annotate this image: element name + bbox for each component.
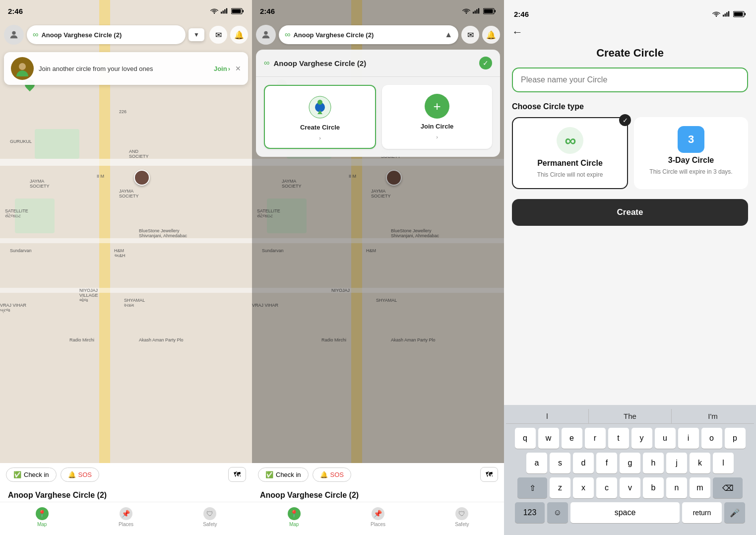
key-b[interactable]: b [643, 477, 664, 498]
tab-safety-2[interactable]: 🛡 Safety [420, 504, 504, 527]
key-y[interactable]: y [631, 428, 652, 449]
permanent-circle-card[interactable]: ✓ ∞ Permanent Circle This Circle will no… [512, 117, 628, 189]
svg-rect-12 [475, 10, 476, 13]
key-z[interactable]: z [550, 477, 570, 498]
check-in-button-2[interactable]: ✅ Check in [258, 468, 309, 482]
back-button[interactable]: ← [512, 26, 523, 39]
panel-2: GURUKUL JAYMASOCIETY SATELLITEસેટેલાઇટ S… [252, 0, 504, 535]
key-return[interactable]: return [682, 502, 722, 523]
key-w[interactable]: w [538, 428, 559, 449]
circle-name-input[interactable] [521, 75, 739, 84]
suggestion-the[interactable]: The [589, 409, 672, 423]
svg-rect-24 [723, 15, 724, 17]
notification-button-2[interactable]: 🔔 [482, 26, 500, 44]
choose-type-label: Choose Circle type [504, 102, 756, 117]
svg-point-21 [317, 100, 322, 105]
key-h[interactable]: h [643, 453, 664, 473]
layers-button-1[interactable]: 🗺 [228, 467, 246, 482]
key-shift[interactable]: ⇧ [517, 477, 547, 498]
key-o[interactable]: o [701, 428, 722, 449]
page-title: Create Circle [504, 43, 756, 67]
key-emoji[interactable]: ☺ [547, 502, 568, 523]
key-e[interactable]: e [562, 428, 582, 449]
bottom-bar-2: ✅ Check in 🔔 SOS 🗺 Anoop Varghese Circle… [252, 463, 504, 535]
key-l[interactable]: l [713, 453, 734, 473]
status-time-3: 2:46 [514, 10, 529, 18]
key-f[interactable]: f [596, 453, 617, 473]
bottom-circle-name-1: Anoop Varghese Circle (2) [0, 486, 252, 502]
status-bar-1: 2:46 [0, 0, 252, 22]
battery-icon-3 [733, 11, 746, 17]
bottom-tabs-2: 📍 Map 📌 Places 🛡 Safety [252, 502, 504, 535]
create-circle-menu-item[interactable]: Create Circle › [264, 85, 376, 149]
suggestion-im[interactable]: I'm [672, 409, 754, 423]
tab-map-2[interactable]: 📍 Map [252, 504, 336, 527]
threeday-circle-card[interactable]: 3 3-Day Circle This Circle will expire i… [634, 117, 748, 189]
tab-map-1[interactable]: 📍 Map [0, 504, 84, 527]
key-m[interactable]: m [690, 477, 710, 498]
status-icons-3 [712, 11, 746, 17]
tab-places-2[interactable]: 📌 Places [336, 504, 420, 527]
key-v[interactable]: v [620, 477, 640, 498]
svg-point-9 [19, 63, 26, 70]
sos-button-1[interactable]: 🔔 SOS [61, 468, 99, 482]
battery-icon-2 [483, 8, 496, 14]
dropdown-arrow-1[interactable]: ▼ [189, 28, 204, 41]
svg-rect-7 [243, 10, 244, 12]
key-k[interactable]: k [690, 453, 710, 473]
key-space[interactable]: space [570, 502, 680, 523]
notification-button-1[interactable]: 🔔 [230, 26, 248, 44]
avatar-button-1[interactable] [4, 25, 24, 45]
key-c[interactable]: c [596, 477, 617, 498]
create-circle-label: Create Circle [300, 124, 340, 131]
join-circle-label: Join Circle [421, 123, 453, 130]
svg-point-18 [264, 31, 267, 35]
map-tab-label-2: Map [289, 522, 299, 527]
places-tab-icon-2: 📌 [372, 507, 384, 520]
create-circle-icon [308, 95, 332, 120]
threeday-circle-desc: This Circle will expire in 3 days. [649, 168, 732, 176]
key-x[interactable]: x [573, 477, 594, 498]
key-u[interactable]: u [655, 428, 676, 449]
places-tab-icon-1: 📌 [120, 507, 132, 520]
key-n[interactable]: n [666, 477, 687, 498]
mail-button-1[interactable]: ✉ [209, 26, 227, 44]
sos-icon-2: 🔔 [320, 471, 328, 478]
key-s[interactable]: s [550, 453, 570, 473]
create-circle-arrow: › [319, 135, 321, 141]
join-link[interactable]: Join › [214, 65, 230, 72]
create-circle-button[interactable]: Create [512, 199, 748, 226]
avatar-button-2[interactable] [256, 25, 276, 45]
key-p[interactable]: p [725, 428, 746, 449]
join-circle-arrow: › [436, 134, 438, 140]
status-time-1: 2:46 [8, 7, 23, 15]
suggestion-l[interactable]: l [506, 409, 589, 423]
close-banner-button[interactable]: ✕ [235, 65, 241, 72]
sos-button-2[interactable]: 🔔 SOS [313, 468, 351, 482]
key-j[interactable]: j [666, 453, 687, 473]
tab-places-1[interactable]: 📌 Places [84, 504, 168, 527]
wifi-icon-2 [462, 8, 470, 14]
safety-tab-label-2: Safety [455, 522, 469, 527]
key-a[interactable]: a [526, 453, 547, 473]
svg-rect-16 [484, 9, 493, 13]
mail-button-2[interactable]: ✉ [461, 26, 479, 44]
key-123[interactable]: 123 [515, 502, 545, 523]
key-mic[interactable]: 🎤 [724, 502, 745, 523]
circle-selector-1[interactable]: ∞ Anoop Varghese Circle (2) [27, 25, 186, 44]
check-in-button-1[interactable]: ✅ Check in [6, 468, 57, 482]
key-g[interactable]: g [620, 453, 640, 473]
key-t[interactable]: t [608, 428, 629, 449]
key-backspace[interactable]: ⌫ [713, 477, 743, 498]
layers-button-2[interactable]: 🗺 [480, 467, 498, 482]
create-btn-label: Create [617, 207, 643, 217]
tab-safety-1[interactable]: 🛡 Safety [168, 504, 252, 527]
key-d[interactable]: d [573, 453, 594, 473]
circle-selector-2[interactable]: ∞ Anoop Varghese Circle (2) ▲ [279, 25, 458, 44]
key-r[interactable]: r [585, 428, 606, 449]
key-q[interactable]: q [515, 428, 536, 449]
join-circle-menu-item[interactable]: + Join Circle › [382, 85, 492, 149]
svg-rect-14 [478, 8, 479, 13]
key-i[interactable]: i [678, 428, 699, 449]
svg-rect-13 [476, 9, 477, 14]
